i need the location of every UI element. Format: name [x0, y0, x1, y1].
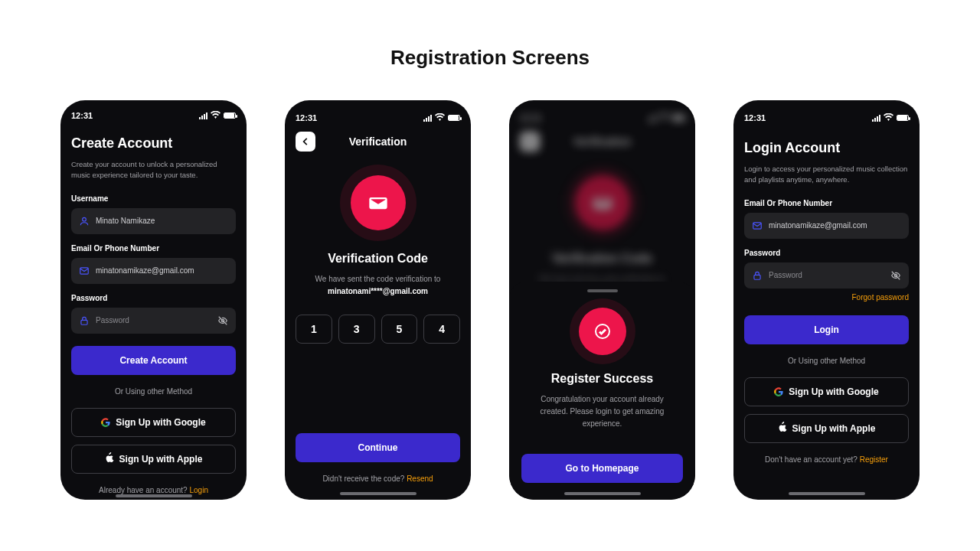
create-account-button[interactable]: Create Account — [71, 346, 236, 375]
username-input[interactable] — [96, 217, 228, 225]
header-title: Verification — [349, 135, 407, 148]
screen-login: 12:31 Login Account Login to access your… — [733, 100, 920, 500]
svg-rect-2 — [81, 320, 87, 324]
battery-icon — [672, 115, 684, 121]
google-label: Sign Up with Google — [789, 386, 878, 397]
wifi-icon — [211, 111, 220, 120]
screen-create-account: 12:31 Create Account Create your account… — [60, 100, 247, 500]
lock-icon — [752, 270, 763, 281]
apple-icon — [105, 452, 114, 465]
verification-title: Verification Code — [520, 252, 684, 266]
wifi-icon — [659, 113, 669, 122]
header-title: Verification — [573, 135, 631, 148]
verification-sub: We have sent the code verification tomin… — [296, 273, 460, 298]
page-title: Registration Screens — [0, 46, 980, 70]
user-icon — [79, 216, 90, 227]
wifi-icon — [884, 113, 893, 122]
status-time: 12:31 — [520, 113, 541, 122]
mail-icon — [79, 266, 90, 276]
apple-icon — [778, 422, 787, 435]
register-link[interactable]: Register — [860, 455, 888, 464]
verification-title: Verification Code — [296, 252, 460, 266]
alt-method-text: Or Using other Method — [71, 387, 236, 396]
screen-register-success: 12:31 Verification Verification Code We … — [509, 100, 695, 500]
login-link[interactable]: Login — [189, 486, 207, 494]
status-time: 12:31 — [744, 113, 766, 122]
signal-icon — [199, 112, 207, 119]
email-field[interactable] — [744, 213, 909, 239]
screen-title: Create Account — [71, 135, 236, 152]
login-button[interactable]: Login — [744, 315, 909, 344]
screen-subtitle: Create your account to unlock a personal… — [71, 159, 236, 181]
email-label: Email Or Phone Number — [744, 199, 909, 207]
battery-icon — [448, 115, 460, 121]
google-icon — [101, 418, 110, 427]
email-input[interactable] — [96, 266, 228, 275]
resend-link[interactable]: Resend — [407, 474, 433, 483]
eye-off-icon[interactable] — [890, 270, 901, 281]
code-box-1[interactable]: 1 — [296, 315, 332, 344]
lock-icon — [79, 315, 90, 326]
success-sub: Congratulation your account already crea… — [521, 393, 683, 430]
signal-icon — [423, 115, 432, 122]
resend-note: Didn't receive the code? Resend — [296, 474, 460, 483]
code-box-4[interactable]: 4 — [423, 315, 460, 344]
email-input[interactable] — [769, 221, 901, 230]
battery-icon — [224, 112, 236, 119]
check-circle-icon — [579, 308, 626, 355]
sheet-handle[interactable] — [587, 289, 618, 292]
password-field[interactable] — [744, 262, 909, 289]
alt-method-text: Or Using other Method — [744, 357, 909, 365]
status-bar: 12:31 — [744, 111, 909, 125]
home-indicator — [340, 492, 416, 495]
status-bar: 12:31 — [296, 111, 460, 125]
success-title: Register Success — [521, 372, 683, 386]
mail-icon — [752, 220, 763, 231]
already-account-note: Already have an account? Login — [71, 486, 236, 494]
password-label: Password — [71, 294, 236, 302]
apple-signup-button[interactable]: Sign Up with Apple — [71, 445, 236, 474]
screen-subtitle: Login to access your personalized music … — [744, 164, 909, 186]
back-button[interactable] — [296, 132, 315, 152]
continue-button[interactable]: Continue — [296, 433, 460, 462]
google-signup-button[interactable]: Sign Up with Google — [744, 377, 909, 406]
apple-label: Sign Up with Apple — [792, 423, 876, 434]
google-icon — [774, 387, 783, 396]
signal-icon — [648, 115, 656, 122]
forgot-password-link[interactable]: Forgot password — [744, 293, 909, 302]
code-box-2[interactable]: 3 — [338, 315, 375, 344]
signal-icon — [872, 115, 880, 122]
google-label: Sign Up with Google — [116, 417, 205, 428]
apple-signup-button[interactable]: Sign Up with Apple — [744, 414, 909, 443]
status-time: 12:31 — [71, 111, 93, 120]
svg-point-0 — [83, 217, 87, 221]
status-bar: 12:31 — [520, 111, 684, 125]
mail-pill-icon — [351, 175, 406, 230]
home-indicator — [116, 494, 192, 497]
status-bar: 12:31 — [71, 111, 236, 120]
apple-label: Sign Up with Apple — [119, 454, 203, 465]
password-input[interactable] — [96, 316, 211, 324]
email-field[interactable] — [71, 258, 236, 284]
code-box-3[interactable]: 5 — [381, 315, 418, 344]
home-indicator — [789, 492, 865, 495]
eye-off-icon[interactable] — [217, 315, 228, 326]
status-time: 12:31 — [296, 113, 317, 122]
email-label: Email Or Phone Number — [71, 244, 236, 253]
wifi-icon — [435, 113, 445, 122]
no-account-note: Don't have an account yet? Register — [744, 455, 909, 464]
back-button — [520, 132, 540, 152]
password-field[interactable] — [71, 308, 236, 334]
homepage-button[interactable]: Go to Homepage — [521, 454, 683, 483]
google-signup-button[interactable]: Sign Up with Google — [71, 408, 236, 437]
password-input[interactable] — [769, 271, 884, 279]
username-label: Username — [71, 194, 236, 203]
screen-title: Login Account — [744, 140, 909, 156]
battery-icon — [897, 115, 909, 121]
password-label: Password — [744, 249, 909, 257]
success-sheet: Register Success Congratulation your acc… — [509, 282, 695, 500]
mail-pill-icon — [575, 175, 630, 230]
home-indicator — [564, 492, 641, 495]
screen-verification: 12:31 Verification Verification Code We … — [285, 100, 471, 500]
username-field[interactable] — [71, 208, 236, 234]
